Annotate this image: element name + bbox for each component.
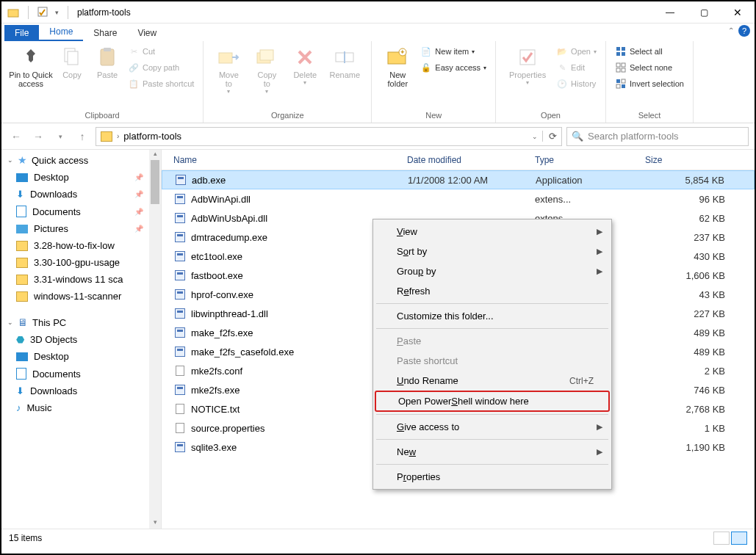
- nav-pc-desktop[interactable]: Desktop: [1, 348, 149, 365]
- breadcrumb[interactable]: › platform-tools ⌄ ⟳: [96, 127, 562, 146]
- pin-quick-access-button[interactable]: Pin to Quick access: [7, 43, 54, 109]
- new-item-button[interactable]: 📄New item ▾: [417, 44, 489, 59]
- col-name[interactable]: Name: [173, 155, 407, 165]
- group-new: ✦New folder 📄New item ▾ 🔓Easy access ▾ N…: [372, 41, 496, 123]
- maximize-button[interactable]: [687, 1, 721, 23]
- nav-scrollbar[interactable]: ▴▾: [149, 150, 161, 529]
- tab-share[interactable]: Share: [83, 25, 127, 41]
- ctx-give-access[interactable]: Give access to▶: [375, 417, 610, 437]
- file-icon: [173, 250, 187, 262]
- group-clipboard-label: Clipboard: [7, 109, 197, 123]
- nav-pictures[interactable]: Pictures: [1, 220, 149, 237]
- qat-props-icon[interactable]: [37, 7, 49, 18]
- documents-icon: [16, 368, 26, 380]
- col-type[interactable]: Type: [535, 155, 645, 165]
- ctx-paste[interactable]: Paste: [375, 331, 610, 351]
- file-row[interactable]: adb.exe 1/1/2008 12:00 AM Application 5,…: [162, 170, 755, 189]
- nav-pc-downloads[interactable]: ⬇Downloads: [1, 382, 149, 399]
- nav-forward-button[interactable]: →: [29, 128, 47, 145]
- file-name: adb.exe: [192, 175, 408, 186]
- nav-folder-2[interactable]: 3.30-100-gpu-usage: [1, 254, 149, 271]
- nav-folder-4[interactable]: windows-11-scanner: [1, 288, 149, 305]
- properties-button[interactable]: Properties▾: [502, 43, 553, 109]
- history-button[interactable]: 🕑History: [553, 76, 600, 91]
- search-input[interactable]: 🔍 Search platform-tools: [566, 127, 749, 146]
- tab-home[interactable]: Home: [39, 23, 83, 41]
- delete-button[interactable]: Delete▾: [286, 43, 324, 109]
- ctx-sort-by[interactable]: Sort by▶: [375, 242, 610, 261]
- svg-rect-5: [104, 48, 111, 51]
- col-date[interactable]: Date modified: [407, 155, 535, 165]
- copy-button[interactable]: Copy: [54, 43, 90, 109]
- edit-button[interactable]: ✎Edit: [553, 60, 600, 75]
- ctx-refresh[interactable]: Refresh: [375, 281, 610, 301]
- folder-icon: [7, 7, 19, 18]
- copy-icon: [60, 46, 84, 69]
- view-details-button[interactable]: [713, 532, 730, 545]
- nav-recent-button[interactable]: ▾: [51, 128, 69, 145]
- ctx-paste-shortcut[interactable]: Paste shortcut: [375, 351, 610, 371]
- copy-to-button[interactable]: Copy to▾: [248, 43, 286, 109]
- cut-button[interactable]: ✂Cut: [125, 44, 197, 59]
- desktop-icon: [16, 352, 28, 361]
- properties-icon: [516, 46, 539, 69]
- tab-view[interactable]: View: [127, 25, 167, 41]
- new-folder-button[interactable]: ✦New folder: [378, 43, 417, 109]
- refresh-button[interactable]: ⟳: [542, 131, 557, 142]
- svg-rect-3: [68, 51, 78, 65]
- collapse-ribbon-icon[interactable]: ⌃: [728, 26, 734, 35]
- group-open: Properties▾ 📂Open ▾ ✎Edit 🕑History Open: [496, 41, 606, 123]
- svg-rect-18: [622, 52, 625, 56]
- col-size[interactable]: Size: [645, 155, 755, 165]
- moveto-icon: [217, 46, 240, 69]
- chevron-right-icon: ▶: [597, 247, 602, 256]
- pictures-icon: [16, 225, 28, 233]
- copy-path-button[interactable]: 🔗Copy path: [125, 60, 197, 75]
- open-button[interactable]: 📂Open ▾: [553, 44, 600, 59]
- ctx-open-powershell[interactable]: Open PowerShell window here: [375, 391, 610, 412]
- nav-folder-1[interactable]: 3.28-how-to-fix-low: [1, 237, 149, 254]
- close-button[interactable]: [721, 1, 755, 23]
- nav-up-button[interactable]: ↑: [73, 128, 91, 145]
- view-icons-button[interactable]: [731, 532, 747, 545]
- chevron-right-icon: ▶: [597, 447, 602, 457]
- breadcrumb-item[interactable]: platform-tools: [123, 131, 181, 142]
- nav-documents[interactable]: Documents: [1, 203, 149, 220]
- nav-pane: ⌄★Quick access Desktop ⬇Downloads Docume…: [1, 150, 162, 529]
- easy-access-button[interactable]: 🔓Easy access ▾: [417, 60, 489, 75]
- ctx-new[interactable]: New▶: [375, 442, 610, 462]
- minimize-button[interactable]: [653, 1, 687, 23]
- svg-rect-19: [616, 63, 620, 67]
- nav-downloads[interactable]: ⬇Downloads: [1, 186, 149, 203]
- chevron-right-icon[interactable]: ›: [117, 132, 119, 140]
- nav-desktop[interactable]: Desktop: [1, 169, 149, 186]
- invert-selection-button[interactable]: Invert selection: [612, 76, 687, 91]
- select-all-button[interactable]: Select all: [612, 44, 687, 59]
- paste-shortcut-button[interactable]: 📋Paste shortcut: [125, 76, 197, 91]
- ctx-view[interactable]: View▶: [375, 222, 610, 242]
- nav-this-pc[interactable]: ⌄🖥This PC: [1, 312, 149, 331]
- column-headers[interactable]: Name Date modified Type Size: [162, 150, 755, 170]
- nav-pc-music[interactable]: ♪Music: [1, 399, 149, 416]
- ctx-undo[interactable]: Undo RenameCtrl+Z: [375, 371, 610, 391]
- rename-button[interactable]: Rename: [324, 43, 365, 109]
- pin-icon: [19, 46, 43, 69]
- window-title: platform-tools: [77, 7, 131, 18]
- nav-folder-3[interactable]: 3.31-windows 11 sca: [1, 271, 149, 288]
- nav-3d-objects[interactable]: ⬣3D Objects: [1, 331, 149, 348]
- paste-button[interactable]: Paste: [90, 43, 125, 109]
- nav-pc-documents[interactable]: Documents: [1, 365, 149, 382]
- move-to-button[interactable]: Move to▾: [209, 43, 248, 109]
- open-icon: 📂: [556, 46, 568, 57]
- help-icon[interactable]: ?: [738, 25, 750, 37]
- select-none-button[interactable]: Select none: [612, 60, 687, 75]
- ctx-group-by[interactable]: Group by▶: [375, 261, 610, 281]
- file-row[interactable]: AdbWinApi.dll extens... 96 KB: [162, 189, 755, 208]
- ctx-properties[interactable]: Properties: [375, 467, 610, 487]
- nav-quick-access[interactable]: ⌄★Quick access: [1, 150, 149, 169]
- tab-file[interactable]: File: [4, 25, 39, 41]
- qat-dropdown-icon[interactable]: ▾: [55, 9, 59, 16]
- nav-back-button[interactable]: ←: [7, 128, 25, 145]
- chevron-down-icon[interactable]: ⌄: [532, 133, 538, 140]
- ctx-customize[interactable]: Customize this folder...: [375, 306, 610, 326]
